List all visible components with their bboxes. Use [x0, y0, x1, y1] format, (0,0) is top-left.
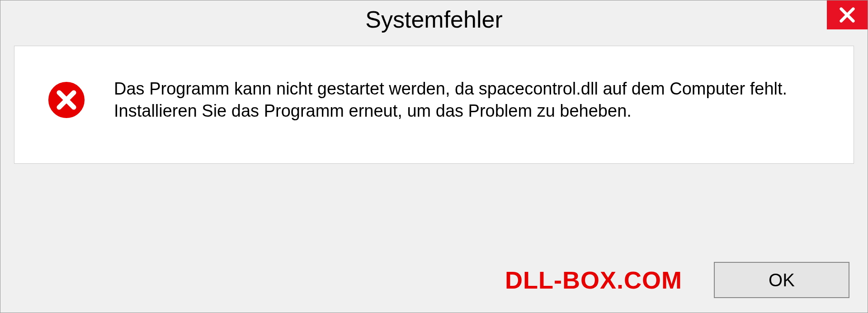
dialog-footer: DLL-BOX.COM OK [0, 262, 868, 298]
message-panel: Das Programm kann nicht gestartet werden… [14, 46, 854, 164]
watermark-text: DLL-BOX.COM [505, 266, 682, 294]
error-icon [46, 80, 87, 120]
ok-button[interactable]: OK [714, 262, 849, 298]
close-button[interactable] [827, 0, 868, 29]
dialog-title: Systemfehler [365, 6, 502, 33]
error-message: Das Programm kann nicht gestartet werden… [114, 78, 826, 123]
close-icon [838, 6, 856, 24]
title-bar: Systemfehler [0, 0, 868, 37]
